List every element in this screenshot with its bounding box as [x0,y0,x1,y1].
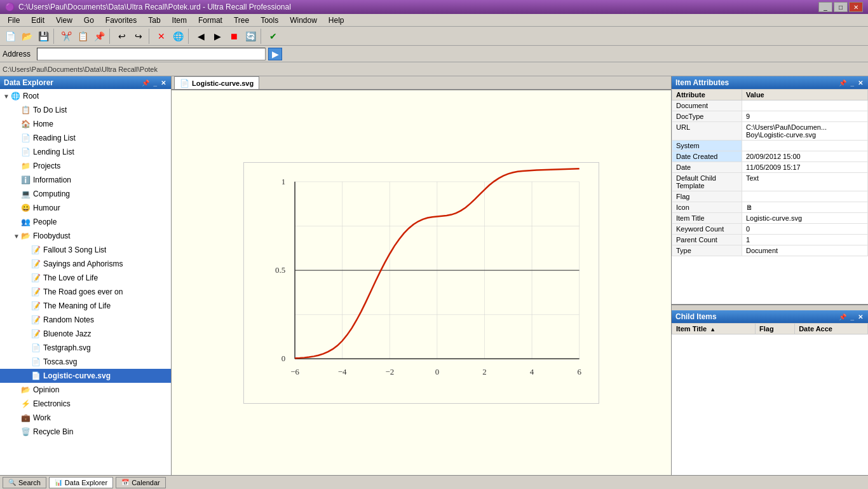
copy-button[interactable]: 📋 [75,29,90,44]
refresh-button[interactable]: 🔄 [243,29,258,44]
tree-item-reading[interactable]: 📄Reading List [0,131,171,145]
tree-item-root[interactable]: ▼🌐Root [0,89,171,103]
menu-go[interactable]: Go [79,15,99,26]
menu-tree[interactable]: Tree [229,15,254,26]
ia-attr-value: 20/09/2012 15:00 [742,151,868,162]
tree-item-opinion[interactable]: 📂Opinion [0,383,171,397]
tree-item-love[interactable]: 📝The Love of Life [0,271,171,285]
ia-attr-name: Date [672,162,742,173]
ia-attr-name: Default Child Template [672,173,742,191]
menu-view[interactable]: View [51,15,78,26]
ci-pin-button[interactable]: 📌 [837,313,848,320]
tree-item-bluenote[interactable]: 📝Bluenote Jazz [0,327,171,341]
tree-item-tosca[interactable]: 📄Tosca.svg [0,355,171,369]
tree-item-meaning[interactable]: 📝The Meaning of Life [0,299,171,313]
tree-item-fallout[interactable]: 📝Fallout 3 Song List [0,243,171,257]
tree-icon-road: 📝 [31,287,41,297]
tree-icon-information: ℹ️ [20,175,31,185]
tab-logistic-curve[interactable]: 📄 Logistic-curve.svg [174,76,259,89]
paste-button[interactable]: 📌 [92,29,107,44]
tree-expand-humour [13,204,20,212]
ia-attr-value: 0 [742,224,868,235]
menu-window[interactable]: Window [285,15,322,26]
tree-item-work[interactable]: 💼Work [0,411,171,425]
tree-item-sayings[interactable]: 📝Sayings and Aphorisms [0,257,171,271]
bottom-tab-data-explorer[interactable]: 📊 Data Explorer [49,477,113,488]
panel-scrollbar[interactable] [672,305,868,310]
de-pin-button[interactable]: 📌 [140,79,151,86]
tree-expand-root[interactable]: ▼ [3,92,10,100]
ci-col-date[interactable]: Date Acce [795,324,868,334]
toolbar-sep1 [53,29,56,44]
tree-item-todo[interactable]: 📋To Do List [0,103,171,117]
de-close-button[interactable]: ✕ [159,79,167,86]
menu-tools[interactable]: Tools [255,15,283,26]
tree-item-information[interactable]: ℹ️Information [0,173,171,187]
tree-view[interactable]: ▼🌐Root📋To Do List🏠Home📄Reading List📄Lend… [0,89,171,475]
internet-button[interactable]: 🌐 [170,29,186,44]
delete-button[interactable]: ✕ [154,29,169,44]
svg-text:1: 1 [281,176,285,186]
tree-item-recycle[interactable]: 🗑️Recycle Bin [0,425,171,439]
ci-close-button[interactable]: ✕ [857,313,864,320]
tree-item-testgraph[interactable]: 📄Testgraph.svg [0,341,171,355]
tree-item-floobydust[interactable]: ▼📂Floobydust [0,229,171,243]
ia-attr-value [742,100,868,111]
redo-button[interactable]: ↪ [131,29,146,44]
bottom-tab-calendar[interactable]: 📅 Calendar [116,477,166,488]
ia-row: Item TitleLogistic-curve.svg [672,213,868,224]
ia-close-button[interactable]: ✕ [857,79,864,86]
minimize-button[interactable]: _ [818,2,832,12]
tree-label-work: Work [33,413,51,422]
forward-button[interactable]: ▶ [210,29,225,44]
menu-item[interactable]: Item [167,15,192,26]
tree-item-road[interactable]: 📝The Road goes ever on [0,285,171,299]
check-button[interactable]: ✔ [266,29,281,44]
title-bar-controls: _ □ ✕ [818,2,863,12]
tree-item-electronics[interactable]: ⚡Electronics [0,397,171,411]
de-minimize-button[interactable]: _ [152,79,158,86]
item-attributes-panel: Item Attributes 📌 _ ✕ Attribute Value [672,76,868,305]
ia-pin-button[interactable]: 📌 [837,79,848,86]
tree-item-people[interactable]: 👥People [0,215,171,229]
tree-expand-todo [13,106,20,114]
bottom-tab-search[interactable]: 🔍 Search [3,477,46,488]
maximize-button[interactable]: □ [834,2,848,12]
ci-col-item-title[interactable]: Item Title ▲ [672,324,756,334]
menu-format[interactable]: Format [193,15,227,26]
tree-label-recycle: Recycle Bin [33,427,73,436]
menu-tab[interactable]: Tab [143,15,165,26]
back-button[interactable]: ◀ [193,29,208,44]
path-bar: C:\Users\Paul\Documents\Data\Ultra Recal… [0,62,868,76]
tree-item-random[interactable]: 📝Random Notes [0,313,171,327]
cut-button[interactable]: ✂️ [58,29,74,44]
ia-row: System [672,141,868,151]
ia-minimize-button[interactable]: _ [849,79,855,86]
menu-edit[interactable]: Edit [26,15,50,26]
address-input[interactable] [37,48,266,60]
menu-help[interactable]: Help [323,15,349,26]
new-button[interactable]: 📄 [3,29,18,44]
menu-favorites[interactable]: Favorites [100,15,142,26]
save-button[interactable]: 💾 [36,29,51,44]
ci-minimize-button[interactable]: _ [849,313,855,320]
tree-item-home[interactable]: 🏠Home [0,117,171,131]
undo-button[interactable]: ↩ [114,29,130,44]
tree-item-lending[interactable]: 📄Lending List [0,145,171,159]
tree-item-logistic[interactable]: 📄Logistic-curve.svg [0,369,171,383]
tree-item-humour[interactable]: 😀Humour [0,201,171,215]
close-button[interactable]: ✕ [849,2,863,12]
ci-col-flag[interactable]: Flag [756,324,795,334]
address-go-button[interactable]: ▶ [268,48,282,60]
tree-expand-floobydust[interactable]: ▼ [13,232,20,240]
child-items-title: Child Items [675,312,717,321]
menu-file[interactable]: File [3,15,25,26]
ia-attr-name: DocType [672,111,742,122]
tree-icon-sayings: 📝 [31,259,41,269]
open-button[interactable]: 📂 [19,29,34,44]
stop-button[interactable]: ⏹ [226,29,241,44]
ia-attr-value: 🗎 [742,202,868,213]
tree-item-computing[interactable]: 💻Computing [0,187,171,201]
tree-item-projects[interactable]: 📁Projects [0,159,171,173]
bottom-tab-de-label: Data Explorer [65,479,107,486]
